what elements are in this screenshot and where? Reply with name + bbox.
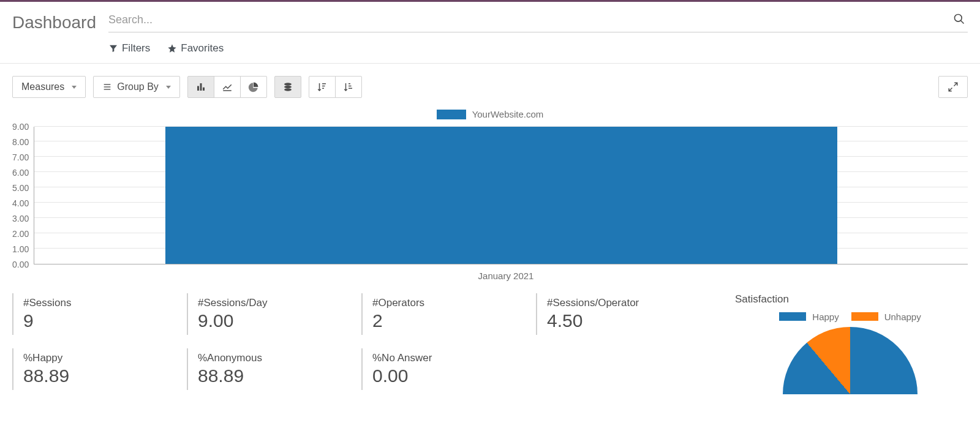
groupby-button[interactable]: Group By: [93, 76, 180, 98]
sort-asc-button[interactable]: [335, 76, 362, 98]
svg-rect-7: [203, 88, 205, 91]
metric-value: 88.89: [198, 365, 352, 386]
favorites-dropdown[interactable]: Favorites: [167, 42, 224, 54]
favorites-label: Favorites: [181, 42, 224, 54]
page-title: Dashboard: [12, 8, 96, 32]
metric-label: #Operators: [372, 297, 526, 309]
header: Dashboard Filters Favorites: [0, 2, 980, 63]
metric-card: %Happy88.89: [12, 348, 187, 390]
metric-value: 9: [23, 310, 177, 331]
stack-icon: [282, 81, 293, 92]
legend-item: YourWebsite.com: [437, 109, 544, 119]
stack-group: [274, 76, 301, 98]
pie-chart-button[interactable]: [240, 76, 267, 98]
bar-chart-area: YourWebsite.com 9.008.007.006.005.004.00…: [12, 109, 968, 281]
svg-point-10: [284, 86, 292, 89]
metric-label: %Happy: [23, 352, 177, 364]
search-wrap: [108, 8, 968, 32]
bar-chart-icon: [195, 81, 206, 92]
sort-asc-icon: [343, 81, 354, 92]
svg-point-11: [284, 88, 292, 91]
metric-value: 0.00: [372, 365, 526, 386]
search-input[interactable]: [108, 11, 951, 29]
line-chart-button[interactable]: [214, 76, 241, 98]
metric-card: #Operators2: [361, 293, 536, 335]
plot-grid: [34, 127, 968, 264]
caret-down-icon: [72, 86, 77, 89]
search-button[interactable]: [951, 10, 968, 29]
metric-card: %Anonymous88.89: [187, 348, 361, 390]
pie-legend-item: Happy: [779, 312, 839, 322]
caret-down-icon: [166, 86, 171, 89]
legend-label: Happy: [812, 312, 839, 322]
legend-swatch: [437, 110, 466, 119]
svg-point-9: [284, 83, 292, 86]
satisfaction-pie-chart: [783, 327, 918, 394]
sort-desc-button[interactable]: [309, 76, 336, 98]
satisfaction-title: Satisfaction: [733, 293, 968, 305]
metric-label: #Sessions/Day: [198, 297, 352, 309]
expand-icon: [948, 81, 959, 92]
filter-row: Filters Favorites: [108, 32, 968, 63]
bar-rect: [165, 127, 837, 264]
metric-label: #Sessions/Operator: [547, 297, 701, 309]
metric-value: 88.89: [23, 365, 177, 386]
svg-point-0: [955, 15, 962, 22]
pie-wrap: [733, 327, 968, 394]
funnel-icon: [108, 43, 118, 53]
list-icon: [102, 82, 112, 92]
stacked-button[interactable]: [274, 76, 301, 98]
measures-label: Measures: [21, 81, 64, 92]
metric-value: 4.50: [547, 310, 701, 331]
bar-chart-button[interactable]: [187, 76, 214, 98]
legend-swatch: [779, 312, 806, 321]
metrics-grid: #Sessions9#Sessions/Day9.00#Operators2#S…: [12, 293, 710, 403]
filters-dropdown[interactable]: Filters: [108, 42, 150, 54]
groupby-label: Group By: [117, 81, 159, 92]
svg-rect-5: [197, 86, 199, 91]
metric-card: #Sessions9: [12, 293, 187, 335]
svg-line-21: [949, 88, 952, 91]
metric-value: 9.00: [198, 310, 352, 331]
chart-type-group: [187, 76, 267, 98]
metric-value: 2: [372, 310, 526, 331]
line-chart-icon: [222, 81, 233, 92]
search-icon: [953, 13, 965, 25]
metric-label: %No Answer: [372, 352, 526, 364]
star-icon: [167, 43, 177, 53]
legend-label: YourWebsite.com: [472, 109, 544, 119]
pie-legend-item: Unhappy: [851, 312, 921, 322]
expand-button[interactable]: [938, 76, 968, 98]
metric-card: #Sessions/Operator4.50: [536, 293, 710, 335]
svg-line-1: [961, 21, 964, 24]
bar-plot: 9.008.007.006.005.004.003.002.001.000.00: [12, 127, 968, 264]
legend-swatch: [851, 312, 878, 321]
bar-chart-legend: YourWebsite.com: [12, 109, 968, 122]
pie-legend: HappyUnhappy: [733, 312, 968, 322]
svg-line-20: [954, 83, 957, 86]
satisfaction-panel: Satisfaction HappyUnhappy: [710, 293, 968, 394]
svg-rect-6: [200, 83, 202, 91]
metric-card: %No Answer0.00: [361, 348, 536, 390]
filters-label: Filters: [122, 42, 150, 54]
sort-group: [309, 76, 362, 98]
sort-desc-icon: [317, 81, 328, 92]
metrics-row: #Sessions9#Sessions/Day9.00#Operators2#S…: [12, 293, 968, 403]
measures-button[interactable]: Measures: [12, 76, 86, 98]
metric-label: %Anonymous: [198, 352, 352, 364]
x-axis-label: January 2021: [12, 271, 968, 281]
pie-chart-icon: [248, 81, 259, 92]
y-axis: 9.008.007.006.005.004.003.002.001.000.00: [12, 127, 34, 264]
content: Measures Group By: [0, 64, 980, 425]
metric-card: #Sessions/Day9.00: [187, 293, 361, 335]
header-right: Filters Favorites: [108, 8, 968, 63]
legend-label: Unhappy: [884, 312, 921, 322]
toolbar: Measures Group By: [12, 76, 968, 98]
metric-label: #Sessions: [23, 297, 177, 309]
